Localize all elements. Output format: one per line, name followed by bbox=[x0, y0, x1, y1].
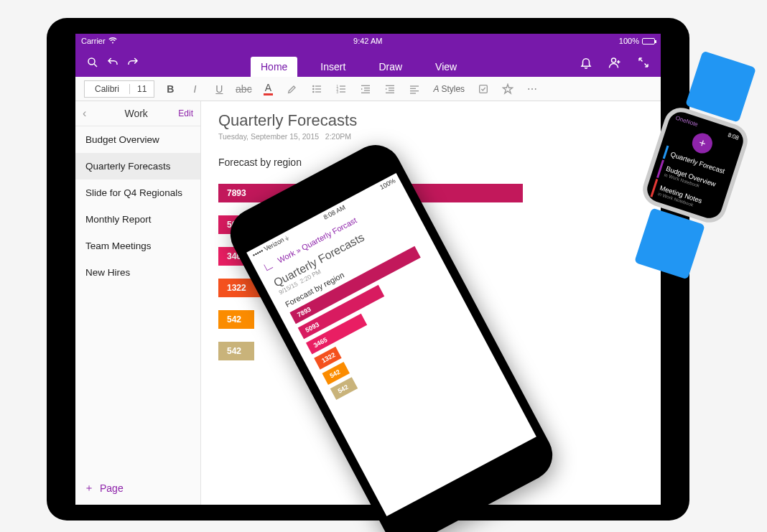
page-meta: Tuesday, September 15, 2015 2:20PM bbox=[218, 132, 643, 141]
sidebar-item-budget[interactable]: Budget Overview bbox=[75, 126, 200, 153]
svg-rect-17 bbox=[361, 92, 370, 93]
numbered-button[interactable]: 123 bbox=[333, 80, 350, 98]
svg-rect-21 bbox=[386, 92, 394, 93]
indent-button[interactable] bbox=[381, 80, 399, 98]
svg-rect-19 bbox=[389, 88, 394, 88]
carrier-label: Carrier bbox=[81, 37, 106, 45]
svg-point-2 bbox=[312, 85, 315, 87]
svg-rect-20 bbox=[389, 90, 394, 90]
svg-rect-15 bbox=[364, 88, 370, 88]
page-list: Budget Overview Quarterly Forecasts Slid… bbox=[75, 126, 200, 472]
italic-button[interactable]: I bbox=[186, 80, 203, 98]
svg-point-3 bbox=[312, 88, 315, 90]
font-size: 11 bbox=[130, 84, 154, 94]
svg-rect-5 bbox=[315, 85, 321, 86]
more-icon[interactable]: ⋯ bbox=[524, 80, 541, 98]
svg-rect-26 bbox=[480, 85, 488, 93]
add-note-button[interactable]: + bbox=[689, 131, 715, 156]
sidebar-item-slide[interactable]: Slide for Q4 Regionals bbox=[75, 179, 200, 206]
svg-rect-16 bbox=[364, 90, 370, 90]
sidebar-item-forecasts[interactable]: Quarterly Forecasts bbox=[75, 153, 200, 179]
watch-note-list: Quarterly ForecastBudget Overviewin Work… bbox=[650, 145, 730, 217]
svg-point-0 bbox=[88, 58, 95, 65]
add-page-button[interactable]: ＋ Page bbox=[75, 472, 200, 505]
fullscreen-icon[interactable] bbox=[633, 52, 654, 73]
svg-rect-6 bbox=[315, 88, 321, 89]
battery-icon bbox=[642, 38, 655, 45]
bullets-button[interactable] bbox=[308, 80, 325, 98]
plus-icon: ＋ bbox=[84, 482, 94, 495]
sidebar: ‹ Work Edit Budget Overview Quarterly Fo… bbox=[75, 101, 201, 505]
font-selector[interactable]: Calibri 11 bbox=[84, 80, 154, 98]
svg-rect-23 bbox=[410, 88, 416, 88]
watch-clock: 8:08 bbox=[727, 131, 740, 141]
svg-text:3: 3 bbox=[337, 90, 339, 94]
section-title: Work bbox=[94, 108, 178, 119]
svg-rect-12 bbox=[340, 88, 345, 89]
clock: 9:42 AM bbox=[117, 37, 619, 45]
ribbon: Home Insert Draw View bbox=[75, 48, 661, 77]
svg-rect-7 bbox=[315, 91, 321, 92]
watch-screen: OneNote 8:08 + Quarterly ForecastBudget … bbox=[644, 108, 747, 221]
tab-home[interactable]: Home bbox=[251, 57, 297, 77]
share-icon[interactable] bbox=[605, 52, 625, 73]
align-button[interactable] bbox=[406, 80, 423, 98]
status-bar: Carrier 9:42 AM 100% bbox=[75, 34, 661, 48]
bell-icon[interactable] bbox=[576, 52, 596, 73]
undo-icon[interactable] bbox=[103, 52, 123, 73]
redo-icon[interactable] bbox=[123, 52, 143, 73]
font-color-button[interactable]: A bbox=[259, 80, 276, 98]
search-icon[interactable] bbox=[83, 52, 103, 73]
outdent-button[interactable] bbox=[357, 80, 374, 98]
sidebar-item-report[interactable]: Monthly Report bbox=[75, 206, 200, 233]
highlight-button[interactable] bbox=[284, 80, 301, 98]
page-title: Quarterly Forecasts bbox=[218, 111, 643, 130]
svg-rect-11 bbox=[340, 85, 345, 86]
tag-button[interactable] bbox=[499, 80, 516, 98]
svg-rect-25 bbox=[410, 93, 416, 93]
svg-point-1 bbox=[612, 58, 616, 62]
font-name: Calibri bbox=[85, 84, 130, 94]
sidebar-item-hires[interactable]: New Hires bbox=[75, 259, 200, 286]
underline-button[interactable]: U bbox=[210, 80, 228, 98]
svg-point-4 bbox=[312, 90, 315, 93]
strike-button[interactable]: abc bbox=[235, 80, 252, 98]
todo-button[interactable] bbox=[475, 80, 492, 98]
back-icon[interactable]: ‹ bbox=[83, 107, 94, 120]
tab-view[interactable]: View bbox=[425, 57, 467, 77]
sidebar-item-meetings[interactable]: Team Meetings bbox=[75, 233, 200, 259]
styles-button[interactable]: AStyles bbox=[430, 80, 468, 98]
svg-rect-18 bbox=[386, 85, 394, 85]
tab-insert[interactable]: Insert bbox=[310, 57, 355, 77]
svg-rect-24 bbox=[410, 90, 419, 91]
back-icon[interactable]: ∟ bbox=[260, 258, 276, 274]
wifi-icon bbox=[108, 37, 117, 45]
watch-app-name: OneNote bbox=[675, 115, 699, 128]
page-time: 2:20PM bbox=[325, 132, 351, 141]
bold-button[interactable]: B bbox=[162, 80, 179, 98]
sidebar-header: ‹ Work Edit bbox=[75, 101, 200, 126]
battery-percent: 100% bbox=[619, 37, 639, 45]
chart-title: Forecast by region bbox=[218, 157, 643, 168]
formatting-bar: Calibri 11 B I U abc A 123 AStyles ⋯ bbox=[75, 77, 661, 101]
tab-draw[interactable]: Draw bbox=[368, 57, 412, 77]
page-date: Tuesday, September 15, 2015 bbox=[218, 132, 319, 141]
edit-button[interactable]: Edit bbox=[178, 108, 193, 118]
add-page-label: Page bbox=[100, 482, 124, 494]
svg-rect-22 bbox=[410, 85, 419, 86]
svg-rect-13 bbox=[340, 91, 345, 92]
svg-rect-14 bbox=[361, 85, 370, 85]
